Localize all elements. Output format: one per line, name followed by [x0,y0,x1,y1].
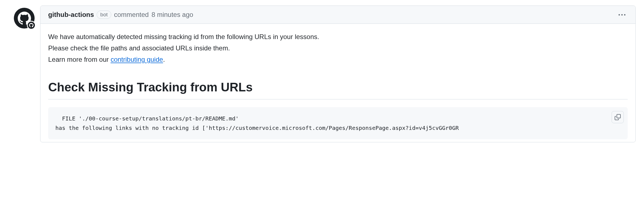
comment-body: We have automatically detected missing t… [40,24,635,142]
section-heading: Check Missing Tracking from URLs [48,78,628,99]
body-line-3: Learn more from our contributing guide. [48,54,628,65]
body-line-1: We have automatically detected missing t… [48,32,628,42]
comment-container: github-actions bot commented 8 minutes a… [40,6,636,142]
author-avatar[interactable] [14,8,35,29]
copy-button[interactable] [612,111,624,123]
avatar-badge-icon [27,21,36,30]
contributing-guide-link[interactable]: contributing guide [110,56,163,63]
body-line-3-prefix: Learn more from our [48,56,110,63]
comment-header: github-actions bot commented 8 minutes a… [40,6,635,24]
body-line-3-suffix: . [163,56,165,63]
body-line-2: Please check the file paths and associat… [48,43,628,53]
code-content: FILE './00-course-setup/translations/pt-… [55,115,459,131]
code-block: FILE './00-course-setup/translations/pt-… [48,107,628,139]
comment-arrow [40,12,40,19]
action-text: commented [114,10,149,20]
copy-icon [615,114,621,120]
kebab-menu-icon[interactable] [616,12,628,18]
timestamp-link[interactable]: 8 minutes ago [151,10,193,20]
author-link[interactable]: github-actions [48,10,94,20]
bot-badge: bot [97,11,111,19]
